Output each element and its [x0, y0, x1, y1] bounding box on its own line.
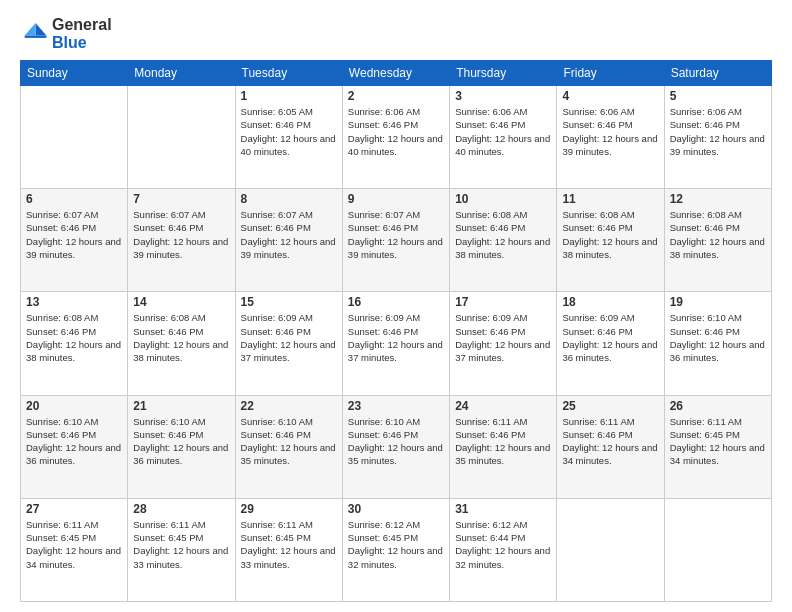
day-info: Sunrise: 6:10 AMSunset: 6:46 PMDaylight:…: [26, 415, 122, 468]
calendar-cell: [557, 498, 664, 601]
day-number: 14: [133, 295, 229, 309]
svg-rect-2: [25, 36, 47, 38]
calendar-cell: 24Sunrise: 6:11 AMSunset: 6:46 PMDayligh…: [450, 395, 557, 498]
calendar-cell: 14Sunrise: 6:08 AMSunset: 6:46 PMDayligh…: [128, 292, 235, 395]
weekday-header-row: SundayMondayTuesdayWednesdayThursdayFrid…: [21, 61, 772, 86]
calendar-cell: 9Sunrise: 6:07 AMSunset: 6:46 PMDaylight…: [342, 189, 449, 292]
day-info: Sunrise: 6:06 AMSunset: 6:46 PMDaylight:…: [670, 105, 766, 158]
day-number: 5: [670, 89, 766, 103]
day-info: Sunrise: 6:12 AMSunset: 6:44 PMDaylight:…: [455, 518, 551, 571]
calendar-cell: 27Sunrise: 6:11 AMSunset: 6:45 PMDayligh…: [21, 498, 128, 601]
day-info: Sunrise: 6:08 AMSunset: 6:46 PMDaylight:…: [455, 208, 551, 261]
day-info: Sunrise: 6:10 AMSunset: 6:46 PMDaylight:…: [348, 415, 444, 468]
day-info: Sunrise: 6:08 AMSunset: 6:46 PMDaylight:…: [562, 208, 658, 261]
day-info: Sunrise: 6:10 AMSunset: 6:46 PMDaylight:…: [241, 415, 337, 468]
day-number: 15: [241, 295, 337, 309]
day-number: 29: [241, 502, 337, 516]
day-number: 11: [562, 192, 658, 206]
page: General Blue SundayMondayTuesdayWednesda…: [0, 0, 792, 612]
calendar-cell: 21Sunrise: 6:10 AMSunset: 6:46 PMDayligh…: [128, 395, 235, 498]
header: General Blue: [20, 16, 772, 52]
calendar-cell: 2Sunrise: 6:06 AMSunset: 6:46 PMDaylight…: [342, 86, 449, 189]
day-number: 2: [348, 89, 444, 103]
calendar-cell: 7Sunrise: 6:07 AMSunset: 6:46 PMDaylight…: [128, 189, 235, 292]
week-row-2: 6Sunrise: 6:07 AMSunset: 6:46 PMDaylight…: [21, 189, 772, 292]
day-number: 3: [455, 89, 551, 103]
calendar-cell: 6Sunrise: 6:07 AMSunset: 6:46 PMDaylight…: [21, 189, 128, 292]
day-number: 23: [348, 399, 444, 413]
day-number: 25: [562, 399, 658, 413]
day-number: 12: [670, 192, 766, 206]
day-info: Sunrise: 6:11 AMSunset: 6:45 PMDaylight:…: [133, 518, 229, 571]
day-number: 28: [133, 502, 229, 516]
day-number: 4: [562, 89, 658, 103]
day-number: 6: [26, 192, 122, 206]
day-info: Sunrise: 6:09 AMSunset: 6:46 PMDaylight:…: [241, 311, 337, 364]
calendar-cell: 4Sunrise: 6:06 AMSunset: 6:46 PMDaylight…: [557, 86, 664, 189]
day-number: 22: [241, 399, 337, 413]
day-number: 27: [26, 502, 122, 516]
day-info: Sunrise: 6:11 AMSunset: 6:45 PMDaylight:…: [26, 518, 122, 571]
day-info: Sunrise: 6:12 AMSunset: 6:45 PMDaylight:…: [348, 518, 444, 571]
day-info: Sunrise: 6:06 AMSunset: 6:46 PMDaylight:…: [562, 105, 658, 158]
weekday-header-thursday: Thursday: [450, 61, 557, 86]
calendar-cell: 5Sunrise: 6:06 AMSunset: 6:46 PMDaylight…: [664, 86, 771, 189]
calendar-cell: 19Sunrise: 6:10 AMSunset: 6:46 PMDayligh…: [664, 292, 771, 395]
day-number: 26: [670, 399, 766, 413]
day-number: 20: [26, 399, 122, 413]
day-info: Sunrise: 6:06 AMSunset: 6:46 PMDaylight:…: [455, 105, 551, 158]
day-info: Sunrise: 6:09 AMSunset: 6:46 PMDaylight:…: [348, 311, 444, 364]
calendar-cell: 22Sunrise: 6:10 AMSunset: 6:46 PMDayligh…: [235, 395, 342, 498]
calendar-cell: 28Sunrise: 6:11 AMSunset: 6:45 PMDayligh…: [128, 498, 235, 601]
calendar-cell: 13Sunrise: 6:08 AMSunset: 6:46 PMDayligh…: [21, 292, 128, 395]
day-number: 17: [455, 295, 551, 309]
day-info: Sunrise: 6:09 AMSunset: 6:46 PMDaylight:…: [562, 311, 658, 364]
logo-icon: [20, 20, 48, 48]
day-info: Sunrise: 6:07 AMSunset: 6:46 PMDaylight:…: [241, 208, 337, 261]
calendar-cell: 30Sunrise: 6:12 AMSunset: 6:45 PMDayligh…: [342, 498, 449, 601]
calendar-cell: 20Sunrise: 6:10 AMSunset: 6:46 PMDayligh…: [21, 395, 128, 498]
day-number: 1: [241, 89, 337, 103]
day-number: 16: [348, 295, 444, 309]
day-info: Sunrise: 6:07 AMSunset: 6:46 PMDaylight:…: [26, 208, 122, 261]
week-row-1: 1Sunrise: 6:05 AMSunset: 6:46 PMDaylight…: [21, 86, 772, 189]
day-info: Sunrise: 6:11 AMSunset: 6:45 PMDaylight:…: [670, 415, 766, 468]
calendar-cell: 11Sunrise: 6:08 AMSunset: 6:46 PMDayligh…: [557, 189, 664, 292]
svg-marker-0: [36, 23, 47, 35]
day-number: 13: [26, 295, 122, 309]
day-info: Sunrise: 6:10 AMSunset: 6:46 PMDaylight:…: [133, 415, 229, 468]
calendar-table: SundayMondayTuesdayWednesdayThursdayFrid…: [20, 60, 772, 602]
day-number: 21: [133, 399, 229, 413]
calendar-cell: 25Sunrise: 6:11 AMSunset: 6:46 PMDayligh…: [557, 395, 664, 498]
week-row-4: 20Sunrise: 6:10 AMSunset: 6:46 PMDayligh…: [21, 395, 772, 498]
week-row-5: 27Sunrise: 6:11 AMSunset: 6:45 PMDayligh…: [21, 498, 772, 601]
weekday-header-tuesday: Tuesday: [235, 61, 342, 86]
calendar-cell: 16Sunrise: 6:09 AMSunset: 6:46 PMDayligh…: [342, 292, 449, 395]
day-number: 7: [133, 192, 229, 206]
day-info: Sunrise: 6:05 AMSunset: 6:46 PMDaylight:…: [241, 105, 337, 158]
weekday-header-monday: Monday: [128, 61, 235, 86]
day-info: Sunrise: 6:09 AMSunset: 6:46 PMDaylight:…: [455, 311, 551, 364]
day-number: 10: [455, 192, 551, 206]
calendar-cell: 29Sunrise: 6:11 AMSunset: 6:45 PMDayligh…: [235, 498, 342, 601]
day-info: Sunrise: 6:11 AMSunset: 6:46 PMDaylight:…: [455, 415, 551, 468]
day-number: 19: [670, 295, 766, 309]
weekday-header-sunday: Sunday: [21, 61, 128, 86]
weekday-header-wednesday: Wednesday: [342, 61, 449, 86]
calendar-cell: [128, 86, 235, 189]
calendar-cell: 26Sunrise: 6:11 AMSunset: 6:45 PMDayligh…: [664, 395, 771, 498]
day-number: 31: [455, 502, 551, 516]
day-info: Sunrise: 6:06 AMSunset: 6:46 PMDaylight:…: [348, 105, 444, 158]
calendar-cell: 8Sunrise: 6:07 AMSunset: 6:46 PMDaylight…: [235, 189, 342, 292]
day-info: Sunrise: 6:10 AMSunset: 6:46 PMDaylight:…: [670, 311, 766, 364]
day-info: Sunrise: 6:07 AMSunset: 6:46 PMDaylight:…: [133, 208, 229, 261]
logo-text: General Blue: [52, 16, 112, 52]
calendar-cell: 23Sunrise: 6:10 AMSunset: 6:46 PMDayligh…: [342, 395, 449, 498]
calendar-cell: 12Sunrise: 6:08 AMSunset: 6:46 PMDayligh…: [664, 189, 771, 292]
calendar-cell: 10Sunrise: 6:08 AMSunset: 6:46 PMDayligh…: [450, 189, 557, 292]
day-number: 8: [241, 192, 337, 206]
day-info: Sunrise: 6:07 AMSunset: 6:46 PMDaylight:…: [348, 208, 444, 261]
weekday-header-saturday: Saturday: [664, 61, 771, 86]
weekday-header-friday: Friday: [557, 61, 664, 86]
day-number: 9: [348, 192, 444, 206]
